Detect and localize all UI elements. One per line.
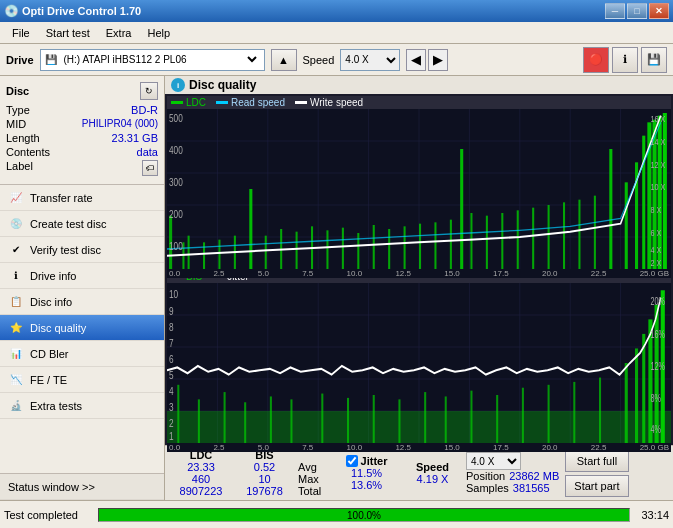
svg-text:2: 2 (169, 417, 174, 430)
app-title: Opti Drive Control 1.70 (22, 5, 605, 17)
svg-rect-32 (434, 222, 436, 269)
svg-text:4: 4 (169, 385, 174, 398)
disc-contents-value: data (137, 146, 158, 158)
speed-stats-col: Speed 4.19 X (405, 461, 460, 485)
menu-file[interactable]: File (4, 25, 38, 41)
sidebar-item-drive-info[interactable]: ℹ Drive info (0, 263, 164, 289)
chart-area: i Disc quality LDC Read speed (165, 76, 673, 500)
total-label: Total (298, 485, 321, 497)
title-bar: 💿 Opti Drive Control 1.70 ─ □ ✕ (0, 0, 673, 22)
jitter-stats-col: Jitter 11.5% 13.6% (334, 455, 399, 491)
next-speed-button[interactable]: ▶ (428, 49, 448, 71)
status-window-button[interactable]: Status window >> (0, 474, 164, 500)
ldc-x-axis: 0.02.55.07.510.012.515.017.520.022.525.0… (167, 269, 671, 278)
cd-bler-icon: 📊 (8, 346, 24, 362)
disc-refresh-button[interactable]: ↻ (140, 82, 158, 100)
fe-te-icon: 📉 (8, 372, 24, 388)
sidebar-nav: 📈 Transfer rate 💿 Create test disc ✔ Ver… (0, 185, 164, 473)
sidebar-item-fe-te[interactable]: 📉 FE / TE (0, 367, 164, 393)
maximize-button[interactable]: □ (627, 3, 647, 19)
drive-info-icon: ℹ (8, 268, 24, 284)
ldc-max: 460 (192, 473, 210, 485)
start-full-button[interactable]: Start full (565, 450, 628, 472)
svg-rect-20 (249, 189, 252, 269)
svg-rect-85 (290, 399, 292, 443)
svg-rect-102 (655, 305, 659, 443)
sidebar-item-create-test-disc[interactable]: 💿 Create test disc (0, 211, 164, 237)
sidebar-item-cd-bler[interactable]: 📊 CD Bler (0, 341, 164, 367)
speed-selector[interactable]: 4.0 X (340, 49, 400, 71)
svg-rect-87 (347, 398, 349, 443)
svg-rect-16 (188, 236, 190, 269)
panel-header: i Disc quality (165, 76, 673, 94)
ldc-total: 8907223 (180, 485, 223, 497)
panel-icon: i (171, 78, 185, 92)
svg-text:3: 3 (169, 401, 174, 414)
disc-mid-label: MID (6, 118, 26, 130)
svg-rect-92 (470, 391, 472, 443)
svg-rect-18 (218, 240, 220, 269)
svg-rect-88 (373, 395, 375, 443)
sidebar-item-disc-quality[interactable]: ⭐ Disc quality (0, 315, 164, 341)
disc-type-value: BD-R (131, 104, 158, 116)
prev-speed-button[interactable]: ◀ (406, 49, 426, 71)
info-button[interactable]: ℹ (612, 47, 638, 73)
close-button[interactable]: ✕ (649, 3, 669, 19)
svg-text:400: 400 (169, 144, 183, 156)
menu-bar: File Start test Extra Help (0, 22, 673, 44)
sidebar-bottom: Status window >> (0, 473, 164, 500)
status-window-label: Status window >> (8, 481, 95, 493)
disc-contents-row: Contents data (6, 146, 158, 158)
svg-text:9: 9 (169, 305, 174, 318)
verify-test-disc-icon: ✔ (8, 242, 24, 258)
svg-rect-35 (470, 213, 472, 269)
svg-text:6: 6 (169, 353, 174, 366)
save-button[interactable]: 💾 (641, 47, 667, 73)
position-col: 4.0 X Position 23862 MB Samples 381565 (466, 452, 559, 494)
legend-ldc: LDC (171, 97, 206, 108)
menu-extra[interactable]: Extra (98, 25, 140, 41)
ldc-chart-panel: LDC Read speed Write speed (167, 96, 671, 269)
read-speed-color-swatch (216, 101, 228, 104)
minimize-button[interactable]: ─ (605, 3, 625, 19)
svg-rect-94 (522, 388, 524, 443)
sidebar-item-verify-test-disc[interactable]: ✔ Verify test disc (0, 237, 164, 263)
sidebar-item-label: FE / TE (30, 374, 67, 386)
svg-text:10 X: 10 X (650, 181, 665, 192)
disc-color-button[interactable]: 🔴 (583, 47, 609, 73)
samples-value: 381565 (513, 482, 550, 494)
toolbar-buttons: 🔴 ℹ 💾 (583, 47, 667, 73)
sidebar-item-label: Transfer rate (30, 192, 93, 204)
ldc-stats-col: LDC 23.33 460 8907223 (171, 449, 231, 497)
svg-rect-82 (224, 392, 226, 443)
svg-rect-99 (635, 348, 638, 443)
sidebar-item-disc-info[interactable]: 📋 Disc info (0, 289, 164, 315)
svg-rect-91 (445, 396, 447, 443)
bis-chart-svg-container: 10 9 8 7 6 5 4 3 2 1 20% 16% (167, 283, 671, 443)
svg-rect-95 (548, 385, 550, 443)
sidebar: Disc ↻ Type BD-R MID PHILIPR04 (000) Len… (0, 76, 165, 500)
transfer-rate-icon: 📈 (8, 190, 24, 206)
svg-rect-96 (573, 382, 575, 443)
svg-rect-39 (532, 208, 534, 269)
ldc-chart-svg-container: 500 400 300 200 100 16 X 14 X 12 X 10 X … (167, 109, 671, 269)
eject-button[interactable]: ▲ (271, 49, 297, 71)
test-completed-text: Test completed (4, 509, 94, 521)
position-value: 23862 MB (509, 470, 559, 482)
sidebar-item-extra-tests[interactable]: 🔬 Extra tests (0, 393, 164, 419)
svg-rect-38 (517, 210, 519, 269)
ldc-color-swatch (171, 101, 183, 104)
speed-target-select[interactable]: 4.0 X (466, 452, 521, 470)
jitter-checkbox[interactable] (346, 455, 358, 467)
bis-chart-svg: 10 9 8 7 6 5 4 3 2 1 20% 16% (167, 283, 671, 443)
drive-selector[interactable]: (H:) ATAPI iHBS112 2 PL06 (60, 53, 260, 66)
jitter-max: 13.6% (351, 479, 382, 491)
start-part-button[interactable]: Start part (565, 475, 628, 497)
menu-help[interactable]: Help (139, 25, 178, 41)
disc-label-icon-button[interactable]: 🏷 (142, 160, 158, 176)
sidebar-item-label: Create test disc (30, 218, 106, 230)
menu-start-test[interactable]: Start test (38, 25, 98, 41)
sidebar-item-transfer-rate[interactable]: 📈 Transfer rate (0, 185, 164, 211)
disc-info-panel: Disc ↻ Type BD-R MID PHILIPR04 (000) Len… (0, 76, 164, 185)
svg-text:8: 8 (169, 321, 174, 334)
